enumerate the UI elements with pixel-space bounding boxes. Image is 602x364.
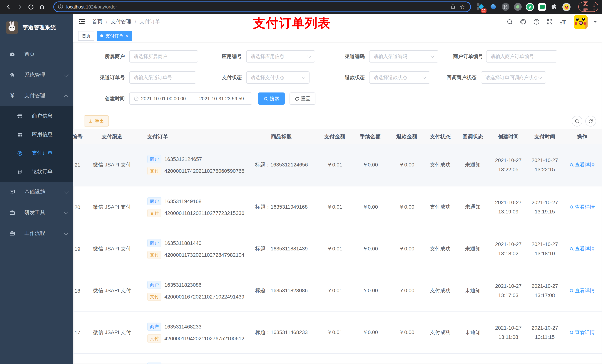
filter-input[interactable]: 请输入渠道订单号 xyxy=(129,71,196,83)
filter-select[interactable]: 请选择退款状态 xyxy=(369,71,430,83)
filter-select[interactable]: 请选择订单回调商户状态 xyxy=(481,71,546,83)
extension-command-icon[interactable] xyxy=(501,3,509,11)
placeholder-text: 请选择订单回调商户状态 xyxy=(485,74,537,81)
cell-create-time xyxy=(489,353,527,364)
view-detail-link[interactable]: 查看详情 xyxy=(569,287,595,294)
filter-label: 渠道编码 xyxy=(345,53,369,60)
cell-pay-order: 商户1635311468233支付42000011942021102767521… xyxy=(137,312,244,353)
browser-reload-icon[interactable] xyxy=(26,2,35,12)
cell-create-time: 2021-10-2713:18:02 xyxy=(489,228,527,270)
extension-chat-icon[interactable] xyxy=(538,3,546,11)
help-icon[interactable] xyxy=(533,18,540,25)
cell-title: 标题：1635312124656 xyxy=(244,144,318,186)
grid-icon xyxy=(17,132,22,138)
cell-refund: ￥0.00 xyxy=(389,312,424,353)
sidebar-item-dev-tools[interactable]: 研发工具 xyxy=(0,202,73,223)
reset-button[interactable]: 重置 xyxy=(290,93,315,105)
merchant-order-no: 1635311823086 xyxy=(164,282,201,288)
font-size-icon[interactable]: TT xyxy=(559,18,567,25)
user-avatar[interactable] xyxy=(574,15,588,29)
avatar-dropdown-icon[interactable] xyxy=(594,21,597,24)
sidebar-item-payment[interactable]: ¥ 支付管理 xyxy=(0,85,73,106)
browser-menu-icon[interactable] xyxy=(593,4,595,10)
cell-amount xyxy=(318,353,351,364)
sidebar-item-workflow[interactable]: 工作流程 xyxy=(0,223,73,244)
dashboard-icon xyxy=(9,52,15,57)
search-button[interactable]: 搜索 xyxy=(258,93,285,105)
extension-recorder-icon[interactable] xyxy=(514,3,522,11)
filter-select[interactable]: 请输入渠道编码 xyxy=(369,50,438,62)
cell-action: 查看详情 xyxy=(562,144,602,186)
browser-profile-avatar[interactable] xyxy=(562,3,570,11)
breadcrumb-home[interactable]: 首页 xyxy=(92,19,103,25)
sidebar-item-home[interactable]: 首页 xyxy=(0,44,73,65)
share-icon[interactable] xyxy=(450,3,457,10)
filter-label: 回调商户状态 xyxy=(443,74,481,81)
browser-toolbar: localhost:1024/pay/order ☆ 10 y 更新 xyxy=(0,0,602,14)
browser-update-button[interactable]: 更新 xyxy=(578,2,598,12)
view-detail-link[interactable]: 查看详情 xyxy=(569,245,595,252)
cell-status: 支付成功 xyxy=(424,270,456,312)
browser-back-icon[interactable] xyxy=(4,2,13,12)
pay-tag: 支付 xyxy=(147,292,161,301)
extensions-puzzle-icon[interactable] xyxy=(550,3,558,11)
merchant-tag: 商户 xyxy=(147,281,161,289)
cell-id: 20 xyxy=(73,186,87,228)
bookmark-star-icon[interactable]: ☆ xyxy=(460,3,466,10)
create-time-range-input[interactable]: 2021-10-01 00:00:00 - 2021-10-31 23:59:5… xyxy=(129,93,252,105)
monitor-icon xyxy=(9,189,15,195)
filter-label: 退款状态 xyxy=(345,74,369,81)
breadcrumb-payment[interactable]: 支付管理 xyxy=(111,19,131,25)
browser-forward-icon[interactable] xyxy=(15,2,24,12)
view-detail-link[interactable]: 查看详情 xyxy=(569,329,595,336)
sidebar-item-infra[interactable]: 基础设施 xyxy=(0,182,73,202)
cell-create-time: 2021-10-2713:17:03 xyxy=(489,270,527,312)
refresh-button[interactable] xyxy=(585,116,596,126)
site-info-icon[interactable] xyxy=(58,4,63,10)
tab-home[interactable]: 首页 xyxy=(78,31,94,41)
filter-form: 所属商户请选择所属商户应用编号请选择应用信息渠道编码请输入渠道编码商户订单编号请… xyxy=(73,42,602,105)
export-button[interactable]: 导出 xyxy=(84,115,109,126)
extension-kite-icon[interactable] xyxy=(489,3,497,11)
github-icon[interactable] xyxy=(519,18,527,25)
extension-tasks-icon[interactable]: 10 xyxy=(477,3,485,11)
filter-label: 应用编号 xyxy=(222,53,246,60)
address-bar[interactable]: localhost:1024/pay/order ☆ xyxy=(53,1,471,12)
toggle-search-button[interactable] xyxy=(572,116,582,126)
filter-select[interactable]: 请选择支付状态 xyxy=(246,71,310,83)
close-tab-icon[interactable]: × xyxy=(126,33,128,39)
browser-home-icon[interactable] xyxy=(37,2,47,12)
placeholder-text: 请选择退款状态 xyxy=(374,74,420,81)
cell-pay-order: 商户1635312124657支付42000011742021102780605… xyxy=(137,144,244,186)
column-header: 支付状态 xyxy=(424,129,456,144)
sidebar-item-app-info[interactable]: 应用信息 xyxy=(0,125,73,144)
chevron-down-icon xyxy=(422,75,427,79)
fullscreen-icon[interactable] xyxy=(546,18,553,25)
shop-icon xyxy=(17,113,22,119)
filter-input[interactable]: 请选择所属商户 xyxy=(129,50,198,62)
cell-pay-time: 2021-10-2713:18:10 xyxy=(527,228,562,270)
cell-title: 标题：1635311468233 xyxy=(244,312,318,353)
column-header: 手续金额 xyxy=(351,129,389,144)
cell-refund: ￥0.00 xyxy=(389,186,424,228)
extension-y-icon[interactable]: y xyxy=(526,3,534,11)
filter-select[interactable]: 请选择应用信息 xyxy=(246,50,315,62)
sidebar-item-refund-order[interactable]: 退款订单 xyxy=(0,162,73,181)
cell-notify-status: 未通知 xyxy=(456,270,489,312)
merchant-order-no: 1635311949168 xyxy=(164,198,201,204)
sidebar-item-merchant-info[interactable]: 商户信息 xyxy=(0,107,73,125)
cell-amount: ￥0.01 xyxy=(318,270,351,312)
table-row: 20微信 JSAPI 支付商户1635311949168支付4200001181… xyxy=(73,186,602,228)
gear-icon xyxy=(9,72,15,78)
toolbox-icon xyxy=(9,230,15,236)
view-detail-link[interactable]: 查看详情 xyxy=(569,162,595,168)
view-detail-link[interactable]: 查看详情 xyxy=(569,204,595,210)
merchant-tag: 商户 xyxy=(147,197,161,205)
search-icon[interactable] xyxy=(506,18,513,25)
collapse-sidebar-icon[interactable] xyxy=(78,18,86,26)
tab-pay-order[interactable]: 支付订单 × xyxy=(97,31,132,41)
screen: localhost:1024/pay/order ☆ 10 y 更新 芋道管理系… xyxy=(0,0,602,364)
sidebar-item-system[interactable]: 系统管理 xyxy=(0,65,73,85)
filter-input[interactable]: 请输入商户订单编号 xyxy=(486,50,557,62)
sidebar-item-pay-order[interactable]: 支付订单 xyxy=(0,144,73,162)
